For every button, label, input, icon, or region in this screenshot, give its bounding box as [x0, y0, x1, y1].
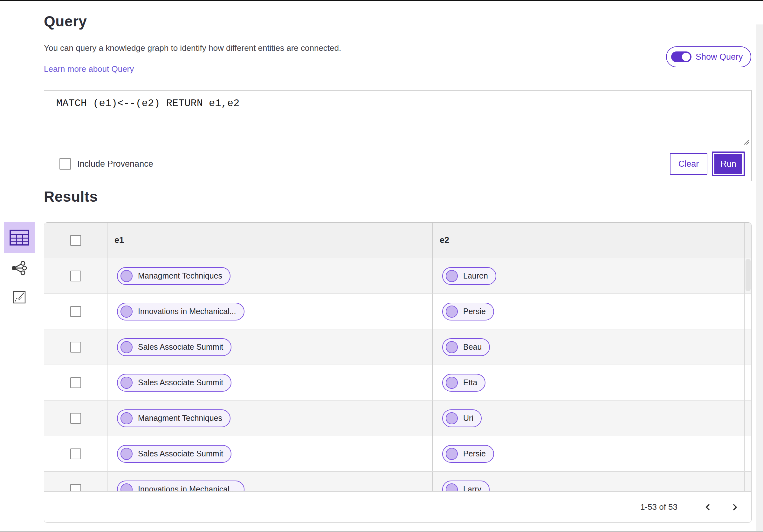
- header-checkbox-cell: [44, 222, 107, 258]
- select-all-checkbox[interactable]: [70, 235, 81, 246]
- cell-e1: Sales Associate Summit: [107, 329, 433, 365]
- entity-pill-label-e1: Sales Associate Summit: [138, 449, 223, 458]
- row-checkbox-cell: [44, 472, 107, 491]
- entity-pill-label-e2: Etta: [463, 378, 477, 387]
- entity-pill[interactable]: Innovations in Mechanical...: [117, 481, 245, 492]
- pagination-next-button[interactable]: [728, 500, 742, 514]
- entity-node-icon: [446, 341, 458, 353]
- details-view-icon: [13, 291, 26, 304]
- row-checkbox[interactable]: [70, 484, 81, 492]
- view-switcher-table-selected[interactable]: [4, 222, 35, 253]
- cell-e1: Innovations in Mechanical...: [107, 294, 433, 329]
- row-checkbox[interactable]: [70, 377, 81, 388]
- entity-pill[interactable]: Persie: [442, 445, 494, 463]
- row-checkbox[interactable]: [70, 342, 81, 353]
- learn-more-link[interactable]: Learn more about Query: [44, 64, 134, 74]
- cell-e1: Managment Techniques: [107, 258, 433, 294]
- cell-e1: Sales Associate Summit: [107, 436, 433, 471]
- entity-pill[interactable]: Sales Associate Summit: [117, 445, 231, 463]
- row-checkbox[interactable]: [70, 306, 81, 317]
- entity-node-icon: [446, 270, 458, 282]
- entity-pill[interactable]: Sales Associate Summit: [117, 374, 231, 392]
- table-footer: 1-53 of 53: [44, 491, 751, 522]
- include-provenance-label: Include Provenance: [77, 159, 153, 169]
- row-checkbox[interactable]: [70, 271, 81, 281]
- entity-pill[interactable]: Beau: [442, 338, 490, 356]
- entity-pill[interactable]: Managment Techniques: [117, 409, 231, 427]
- window-top-border: [0, 0, 763, 1]
- table-row[interactable]: Managment Techniques Lauren: [44, 258, 751, 294]
- entity-pill[interactable]: Sales Associate Summit: [117, 338, 231, 356]
- view-switcher-graph[interactable]: [10, 260, 28, 276]
- resize-handle-icon[interactable]: [742, 138, 749, 145]
- row-checkbox-cell: [44, 400, 107, 436]
- entity-node-icon: [121, 341, 133, 353]
- table-row[interactable]: Sales Associate Summit Etta: [44, 365, 751, 400]
- query-description: You can query a knowledge graph to ident…: [44, 43, 341, 53]
- entity-pill-label-e1: Managment Techniques: [138, 413, 222, 423]
- row-scrollbar-gutter: [745, 472, 751, 491]
- entity-node-icon: [121, 412, 133, 424]
- entity-pill-label-e2: Persie: [463, 307, 486, 316]
- table-row[interactable]: Managment Techniques Uri: [44, 400, 751, 436]
- cell-e2: Persie: [433, 436, 745, 471]
- row-checkbox-cell: [44, 329, 107, 365]
- row-scrollbar-gutter: [745, 329, 751, 365]
- entity-pill[interactable]: Etta: [442, 374, 486, 392]
- entity-pill[interactable]: Managment Techniques: [117, 267, 231, 285]
- entity-pill[interactable]: Larry: [442, 481, 490, 492]
- table-view-icon: [10, 229, 29, 245]
- show-query-toggle[interactable]: Show Query: [666, 46, 751, 67]
- entity-pill[interactable]: Uri: [442, 409, 482, 427]
- run-button[interactable]: Run: [714, 154, 742, 174]
- column-header-e1[interactable]: e1: [107, 222, 433, 258]
- results-table: e1 e2 Managment Techniques Lauren: [44, 222, 752, 523]
- include-provenance-checkbox[interactable]: [59, 158, 71, 170]
- column-header-e2[interactable]: e2: [433, 222, 745, 258]
- header-scrollbar-gutter: [745, 222, 751, 258]
- entity-node-icon: [446, 306, 458, 317]
- row-checkbox-cell: [44, 294, 107, 329]
- entity-node-icon: [121, 484, 133, 492]
- table-row[interactable]: Sales Associate Summit Beau: [44, 329, 751, 365]
- entity-pill[interactable]: Innovations in Mechanical...: [117, 303, 245, 320]
- chevron-right-icon: [730, 502, 739, 512]
- cell-e2: Larry: [433, 472, 745, 491]
- view-switcher-details[interactable]: [12, 290, 26, 304]
- cell-e1: Sales Associate Summit: [107, 365, 433, 400]
- table-body: Managment Techniques Lauren Innovations …: [44, 258, 751, 491]
- pagination-prev-button[interactable]: [701, 500, 715, 514]
- pagination-range-label: 1-53 of 53: [640, 502, 678, 512]
- row-checkbox-cell: [44, 258, 107, 294]
- toggle-knob: [682, 53, 690, 61]
- row-checkbox-cell: [44, 436, 107, 471]
- table-row[interactable]: Innovations in Mechanical... Larry: [44, 472, 751, 491]
- entity-pill-label-e2: Uri: [463, 413, 473, 423]
- toggle-switch-icon[interactable]: [671, 51, 692, 62]
- chevron-left-icon: [704, 502, 712, 512]
- entity-pill[interactable]: Persie: [442, 303, 494, 320]
- row-scrollbar-gutter: [745, 436, 751, 471]
- entity-node-icon: [121, 306, 133, 317]
- clear-button[interactable]: Clear: [670, 153, 708, 175]
- query-input[interactable]: MATCH (e1)<--(e2) RETURN e1,e2: [44, 91, 751, 147]
- run-button-focus-ring: Run: [712, 151, 745, 176]
- table-scrollbar-thumb[interactable]: [745, 259, 751, 291]
- row-checkbox[interactable]: [70, 413, 81, 424]
- table-row[interactable]: Innovations in Mechanical... Persie: [44, 294, 751, 329]
- row-checkbox[interactable]: [70, 448, 81, 459]
- row-checkbox-cell: [44, 365, 107, 400]
- page-scrollbar-gutter[interactable]: [756, 25, 763, 531]
- entity-pill-label-e1: Sales Associate Summit: [138, 378, 223, 387]
- cell-e2: Persie: [433, 294, 745, 329]
- table-row[interactable]: Sales Associate Summit Persie: [44, 436, 751, 472]
- entity-node-icon: [121, 377, 133, 389]
- entity-node-icon: [121, 270, 133, 282]
- entity-pill-label-e2: Larry: [463, 485, 481, 491]
- results-section-title: Results: [44, 188, 98, 205]
- cell-e1: Managment Techniques: [107, 400, 433, 436]
- entity-pill-label-e1: Sales Associate Summit: [138, 342, 223, 352]
- entity-pill-label-e1: Innovations in Mechanical...: [138, 485, 236, 491]
- entity-pill[interactable]: Lauren: [442, 267, 496, 285]
- entity-pill-label-e1: Innovations in Mechanical...: [138, 307, 236, 316]
